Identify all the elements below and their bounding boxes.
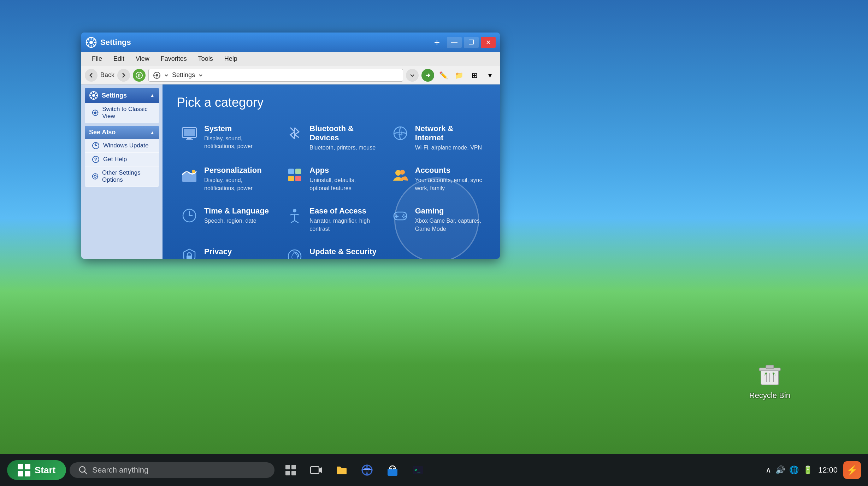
back-button[interactable] [85, 69, 98, 82]
svg-rect-21 [184, 129, 195, 136]
search-bar[interactable]: Search anything [70, 462, 274, 478]
system-desc: Display, sound, notifications, power [204, 135, 271, 151]
forward-button[interactable] [117, 69, 130, 82]
system-tray-chevron[interactable]: ∧ [766, 465, 771, 475]
svg-point-39 [403, 214, 405, 216]
corner-widget[interactable]: ⚡ [843, 461, 861, 479]
windows-update-icon [92, 142, 100, 150]
personalization-icon [180, 166, 199, 184]
pencil-icon-button[interactable]: ✏️ [437, 69, 450, 82]
svg-rect-2 [766, 365, 774, 369]
recycle-bin[interactable]: Recycle Bin [749, 361, 790, 400]
sidebar-switch-classic-label: Switch to Classic View [102, 106, 155, 120]
category-network[interactable]: Network & Internet Wi-Fi, airplane mode,… [388, 121, 486, 155]
sidebar-see-also-section: See Also ▲ Windows Update [85, 126, 159, 187]
apps-icon [285, 166, 304, 184]
address-arrow-icon [164, 72, 169, 78]
address-dropdown-button[interactable] [406, 69, 419, 82]
address-bar[interactable]: Settings [148, 69, 403, 82]
sidebar-settings-section: Settings ▲ Switch to Classic View [85, 88, 159, 123]
svg-point-35 [293, 209, 296, 212]
view-dropdown-button[interactable]: ▾ [484, 69, 496, 82]
terminal-button[interactable]: >_ [409, 461, 427, 479]
close-button[interactable]: ✕ [481, 37, 496, 48]
menu-favorites[interactable]: Favorites [156, 54, 192, 64]
ease-of-access-desc: Narrator, magnifier, high contrast [309, 217, 377, 233]
sidebar-settings-header[interactable]: Settings ▲ [85, 88, 159, 103]
minimize-button[interactable]: — [447, 37, 462, 48]
volume-icon[interactable]: 🔊 [775, 465, 785, 475]
address-chevron-icon [198, 72, 203, 78]
search-placeholder: Search anything [92, 465, 148, 475]
svg-rect-43 [187, 256, 192, 259]
category-ease-of-access[interactable]: Ease of Access Narrator, magnifier, high… [282, 203, 380, 236]
svg-rect-49 [285, 471, 290, 475]
store-button[interactable] [383, 461, 402, 479]
svg-point-7 [89, 41, 93, 44]
address-settings-icon [153, 71, 161, 79]
sidebar-switch-to-classic[interactable]: Switch to Classic View [85, 103, 159, 123]
svg-rect-30 [295, 176, 301, 181]
battery-icon[interactable]: 🔋 [803, 465, 813, 475]
category-time[interactable]: Time & Language Speech, region, date [177, 203, 275, 236]
ease-of-access-text: Ease of Access Narrator, magnifier, high… [309, 206, 377, 233]
category-accounts[interactable]: Accounts Your accounts, email, sync work… [388, 162, 486, 196]
accounts-desc: Your accounts, email, sync work, family [415, 176, 482, 192]
task-view-button[interactable] [282, 461, 300, 479]
svg-point-56 [393, 468, 395, 469]
start-label: Start [35, 465, 55, 476]
sidebar-other-settings[interactable]: Other Settings Options [85, 166, 159, 187]
svg-point-42 [403, 217, 405, 218]
sidebar-get-help[interactable]: ? Get Help [85, 153, 159, 166]
sidebar-settings-collapse-icon: ▲ [150, 93, 155, 98]
svg-rect-27 [288, 169, 294, 174]
browser-button[interactable] [358, 461, 376, 479]
category-gaming[interactable]: Gaming Xbox Game Bar, captures, Game Mod… [388, 203, 486, 236]
menu-edit[interactable]: Edit [108, 54, 129, 64]
menu-view[interactable]: View [131, 54, 154, 64]
folder-icon-button[interactable]: 📁 [453, 69, 465, 82]
svg-point-14 [94, 111, 96, 114]
gaming-icon [391, 206, 409, 225]
accounts-icon [391, 166, 409, 184]
sidebar-see-also-header[interactable]: See Also ▲ [85, 126, 159, 139]
camera-button[interactable] [307, 461, 325, 479]
clock[interactable]: 12:00 [818, 465, 838, 475]
start-button[interactable]: Start [7, 460, 66, 480]
category-privacy[interactable]: Privacy Location, camera, microphone [177, 244, 275, 259]
category-system[interactable]: System Display, sound, notifications, po… [177, 121, 275, 155]
taskbar: Start Search anything [0, 454, 868, 486]
svg-rect-51 [311, 467, 319, 474]
sidebar-windows-update[interactable]: Windows Update [85, 139, 159, 153]
file-explorer-button[interactable] [332, 461, 351, 479]
category-update-security[interactable]: Update & Security Windows Update, recove… [282, 244, 380, 259]
system-text: System Display, sound, notifications, po… [204, 124, 271, 151]
privacy-name: Privacy [204, 247, 271, 256]
add-tab-button[interactable]: + [431, 37, 443, 48]
accounts-text: Accounts Your accounts, email, sync work… [415, 166, 482, 192]
maximize-button[interactable]: ❐ [464, 37, 479, 48]
time-text: Time & Language Speech, region, date [204, 206, 269, 225]
recycle-bin-label: Recycle Bin [749, 391, 790, 400]
svg-point-12 [92, 94, 95, 97]
category-personalization[interactable]: Personalization Display, sound, notifica… [177, 162, 275, 196]
go-button[interactable] [421, 69, 434, 82]
personalization-desc: Display, sound, notifications, power [204, 176, 271, 192]
menu-help[interactable]: Help [219, 54, 242, 64]
svg-point-24 [394, 127, 407, 140]
window-body: Settings ▲ Switch to Classic View [81, 84, 500, 259]
svg-point-26 [192, 170, 195, 173]
network-tray-icon[interactable]: 🌐 [789, 465, 799, 475]
grid-icon-button[interactable]: ⊞ [468, 69, 481, 82]
ease-of-access-icon [285, 206, 304, 225]
svg-rect-28 [295, 169, 301, 174]
category-bluetooth[interactable]: Bluetooth & Devices Bluetooth, printers,… [282, 121, 380, 155]
category-apps[interactable]: Apps Uninstall, defaults, optional featu… [282, 162, 380, 196]
gaming-name: Gaming [415, 206, 482, 216]
desktop: Recycle Bin Settings + — ❐ ✕ File Edi [0, 0, 868, 486]
menu-tools[interactable]: Tools [193, 54, 218, 64]
menu-file[interactable]: File [87, 54, 107, 64]
network-desc: Wi-Fi, airplane mode, VPN [415, 144, 482, 152]
time-text: 12:00 [818, 465, 838, 474]
home-button[interactable] [133, 69, 146, 82]
